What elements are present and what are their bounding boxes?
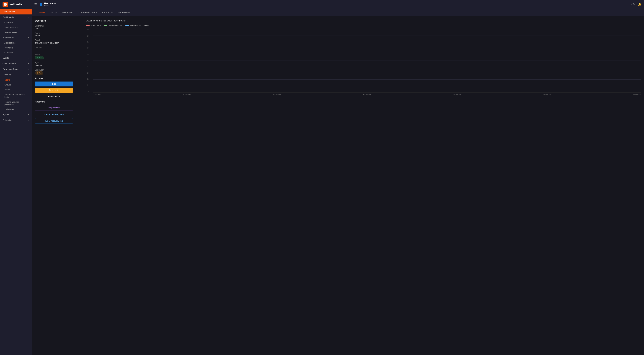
sidebar-item-groups[interactable]: Groups — [0, 82, 32, 87]
sidebar-item-roles[interactable]: Roles — [0, 87, 32, 92]
sidebar-item-users[interactable]: Users — [0, 77, 32, 82]
sidebar-group-header-applications[interactable]: Applications ▼ — [0, 35, 32, 40]
chevron-down-icon: ▼ — [28, 16, 29, 18]
page-content: User Info Username anna Name Anna Email … — [32, 16, 644, 355]
chart-area: 1.0 0.9 0.8 0.7 0.6 0.5 0.4 0.3 0.2 0.1 … — [93, 29, 641, 93]
sidebar-item-label: Outposts — [4, 52, 13, 54]
sidebar-item-outposts[interactable]: Outposts — [0, 50, 32, 55]
impersonate-button[interactable]: Impersonate — [35, 94, 73, 99]
tab-groups[interactable]: Groups — [48, 9, 60, 16]
create-recovery-link-button[interactable]: Create Recovery Link — [35, 112, 73, 117]
sidebar-item-applications[interactable]: Applications — [0, 40, 32, 45]
sidebar-group-directory: Directory ▼ Users Groups Roles Federatio… — [0, 72, 32, 112]
sidebar-group-header-flows[interactable]: Flows and Stages ▶ — [0, 66, 32, 72]
legend-dot-failed — [86, 25, 90, 26]
sidebar-item-system-tasks[interactable]: System Tasks — [0, 30, 32, 35]
sidebar-item-invitations[interactable]: Invitations — [0, 107, 32, 112]
sidebar-item-tokens[interactable]: Tokens and App passwords — [0, 100, 32, 107]
sidebar-group-header-directory[interactable]: Directory ▼ — [0, 72, 32, 77]
sidebar-item-label: Providers — [4, 47, 13, 49]
superuser-label: Superuser — [35, 69, 82, 71]
sidebar-group-label-customization: Customization — [2, 62, 16, 65]
sidebar: User interface Dashboards ▼ Overview Use… — [0, 9, 32, 355]
chart-wrapper: 1.0 0.9 0.8 0.7 0.6 0.5 0.4 0.3 0.2 0.1 … — [93, 29, 641, 95]
hamburger-icon[interactable]: ☰ — [34, 3, 37, 6]
tab-credentials[interactable]: Credentials / Tokens — [76, 9, 100, 16]
sidebar-item-label: Invitations — [4, 108, 14, 110]
x-label-4d: 4 days ago — [363, 93, 371, 95]
edit-button[interactable]: Edit — [35, 82, 73, 87]
email-label: Email — [35, 39, 82, 41]
sidebar-group-header-dashboards[interactable]: Dashboards ▼ — [0, 15, 32, 20]
username-field: Username anna — [35, 25, 82, 30]
user-icon: 👤 — [40, 3, 43, 6]
right-panel: Actions over the last week (per 8 hours)… — [86, 19, 641, 352]
y-label-09: 0.9 — [87, 35, 90, 37]
topbar: authentik ☰ 👤 User anna Anna </> 🔔 — [0, 0, 644, 9]
content: Overview Groups User events Credentials … — [32, 9, 644, 355]
name-label: Name — [35, 32, 82, 34]
topbar-user-name: User anna — [44, 2, 56, 5]
chart-y-axis: 1.0 0.9 0.8 0.7 0.6 0.5 0.4 0.3 0.2 0.1 … — [87, 29, 90, 92]
bell-icon[interactable]: 🔔 — [638, 3, 642, 6]
actions-title: Actions — [35, 77, 82, 80]
email-field: Email anna.m.geller@gmail.com — [35, 39, 82, 44]
x-label-2d: 2 days ago — [543, 93, 551, 95]
sidebar-group-header-enterprise[interactable]: Enterprise ▶ — [0, 117, 32, 123]
superuser-badge: ⚠ No — [35, 71, 43, 75]
chart-x-axis: 7 days ago 6 days ago 5 days ago 4 days … — [93, 93, 641, 95]
sidebar-group-label-system: System — [2, 113, 9, 116]
topbar-user-sub: Anna — [44, 5, 56, 7]
x-label-5d: 5 days ago — [273, 93, 280, 95]
chevron-down-icon: ▼ — [28, 74, 29, 76]
code-icon[interactable]: </> — [631, 3, 636, 6]
active-value: Yes — [39, 57, 42, 59]
chart-title: Actions over the last week (per 8 hours) — [86, 19, 641, 22]
last-login-field: Last login – — [35, 46, 82, 51]
sidebar-item-overview[interactable]: Overview — [0, 20, 32, 25]
active-field: Active ✓ Yes — [35, 53, 82, 60]
chevron-right-icon: ▶ — [28, 68, 29, 70]
recovery-title: Recovery — [35, 100, 82, 103]
sidebar-group-header-system[interactable]: System ▶ — [0, 112, 32, 117]
sidebar-group-header-events[interactable]: Events ▶ — [0, 55, 32, 61]
legend-failed: Failed Logins — [86, 25, 101, 26]
deactivate-button[interactable]: Deactivate — [35, 88, 73, 93]
gridline — [93, 92, 641, 92]
x-label-7d: 7 days ago — [93, 93, 100, 95]
legend-dot-auth — [126, 25, 128, 26]
y-label-07: 0.7 — [87, 47, 90, 49]
sidebar-item-federation[interactable]: Federation and Social login — [0, 92, 32, 100]
sidebar-group-dashboards: Dashboards ▼ Overview User Statistics Sy… — [0, 15, 32, 35]
sidebar-group-label-enterprise: Enterprise — [2, 119, 12, 121]
legend-dot-success — [104, 25, 107, 26]
superuser-field: Superuser ⚠ No — [35, 69, 82, 75]
sidebar-item-user-statistics[interactable]: User Statistics — [0, 25, 32, 30]
tab-user-events[interactable]: User events — [60, 9, 76, 16]
sidebar-active-section[interactable]: User interface — [0, 9, 32, 15]
sidebar-group-applications: Applications ▼ Applications Providers Ou… — [0, 35, 32, 55]
x-label-3d: 3 days ago — [453, 93, 461, 95]
email-value: anna.m.geller@gmail.com — [35, 42, 82, 44]
sidebar-group-label-flows: Flows and Stages — [2, 68, 19, 70]
sidebar-item-label: Roles — [4, 89, 10, 91]
active-label: Active — [35, 53, 82, 56]
chart-legend: Failed Logins Successful Logins Applicat… — [86, 25, 641, 26]
chevron-right-icon: ▶ — [28, 63, 29, 64]
tab-applications[interactable]: Applications — [100, 9, 116, 16]
set-password-button[interactable]: Set password — [35, 105, 73, 110]
sidebar-group-header-customization[interactable]: Customization ▶ — [0, 61, 32, 66]
sidebar-item-label: User Statistics — [4, 26, 18, 29]
legend-label-success: Successful Logins — [108, 25, 122, 26]
username-value: anna — [35, 27, 82, 30]
logo-icon — [2, 2, 8, 7]
email-recovery-link-button[interactable]: Email recovery link — [35, 118, 73, 124]
topbar-actions: </> 🔔 — [631, 3, 642, 6]
y-label-10: 1.0 — [87, 29, 90, 31]
tab-permissions[interactable]: Permissions — [116, 9, 132, 16]
sidebar-item-providers[interactable]: Providers — [0, 45, 32, 50]
tab-overview[interactable]: Overview — [34, 9, 48, 16]
type-label: Type — [35, 62, 82, 64]
chevron-right-icon: ▶ — [28, 114, 29, 115]
y-label-06: 0.6 — [87, 54, 90, 55]
